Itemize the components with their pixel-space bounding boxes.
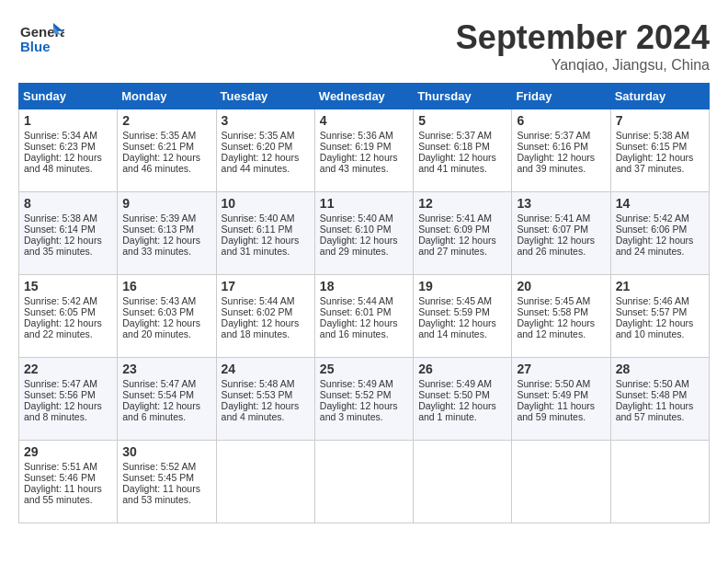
day-info-line: and 39 minutes. [517,163,605,174]
col-sunday: Sunday [19,84,118,109]
day-info-line: Sunset: 5:50 PM [418,389,506,400]
day-cell-21: 21Sunrise: 5:46 AMSunset: 5:57 PMDayligh… [610,275,709,358]
day-info-line: Sunrise: 5:40 AM [320,213,408,224]
day-cell-18: 18Sunrise: 5:44 AMSunset: 6:01 PMDayligh… [314,275,413,358]
day-number: 24 [222,362,310,376]
day-info-line: Daylight: 12 hours [24,235,112,246]
day-number: 20 [517,279,605,293]
day-info-line: and 31 minutes. [222,246,310,257]
calendar-week-4: 22Sunrise: 5:47 AMSunset: 5:56 PMDayligh… [19,358,710,441]
day-cell-30: 30Sunrise: 5:52 AMSunset: 5:45 PMDayligh… [118,441,216,523]
day-info-line: Sunset: 6:18 PM [418,141,506,152]
day-info-line: Sunrise: 5:50 AM [517,378,605,389]
day-info-line: and 3 minutes. [320,411,408,422]
day-info-line: Sunset: 5:49 PM [517,389,605,400]
day-info-line: Daylight: 12 hours [122,152,210,163]
day-cell-4: 4Sunrise: 5:36 AMSunset: 6:19 PMDaylight… [314,109,413,192]
day-info-line: Daylight: 12 hours [418,235,506,246]
day-cell-14: 14Sunrise: 5:42 AMSunset: 6:06 PMDayligh… [610,192,709,275]
day-number: 2 [122,113,210,128]
day-info-line: and 57 minutes. [616,411,704,422]
day-info-line: and 48 minutes. [24,163,112,174]
empty-cell [610,441,709,523]
day-number: 13 [517,196,605,211]
day-number: 3 [222,113,310,128]
day-info-line: Sunset: 6:23 PM [24,141,112,152]
day-info-line: Sunrise: 5:40 AM [222,213,310,224]
day-info-line: and 33 minutes. [122,246,210,257]
day-number: 11 [320,196,408,211]
day-info-line: Sunrise: 5:36 AM [320,130,408,141]
day-info-line: and 8 minutes. [24,411,112,422]
day-info-line: Sunset: 6:14 PM [24,224,112,235]
logo-icon: General Blue [18,18,64,60]
empty-cell [512,441,610,523]
day-info-line: and 6 minutes. [122,411,210,422]
day-info-line: Sunset: 5:52 PM [320,389,408,400]
day-info-line: Daylight: 12 hours [222,152,310,163]
day-cell-22: 22Sunrise: 5:47 AMSunset: 5:56 PMDayligh… [19,358,118,441]
day-cell-10: 10Sunrise: 5:40 AMSunset: 6:11 PMDayligh… [216,192,314,275]
day-info-line: Sunrise: 5:48 AM [222,378,310,389]
day-cell-29: 29Sunrise: 5:51 AMSunset: 5:46 PMDayligh… [19,441,118,523]
day-info-line: Sunset: 5:59 PM [418,306,506,317]
calendar-week-2: 8Sunrise: 5:38 AMSunset: 6:14 PMDaylight… [19,192,710,275]
day-info-line: and 41 minutes. [418,163,506,174]
day-info-line: Daylight: 12 hours [222,400,310,411]
col-tuesday: Tuesday [216,84,314,109]
day-info-line: and 44 minutes. [222,163,310,174]
day-info-line: Sunrise: 5:44 AM [320,295,408,306]
day-info-line: Sunset: 5:56 PM [24,389,112,400]
svg-text:Blue: Blue [20,39,51,54]
day-info-line: Daylight: 12 hours [320,400,408,411]
empty-cell [216,441,314,523]
day-number: 12 [418,196,506,211]
day-info-line: and 46 minutes. [122,163,210,174]
day-info-line: Sunset: 6:20 PM [222,141,310,152]
header-row: Sunday Monday Tuesday Wednesday Thursday… [19,84,710,109]
day-cell-7: 7Sunrise: 5:38 AMSunset: 6:15 PMDaylight… [610,109,709,192]
day-info-line: Sunset: 6:16 PM [517,141,605,152]
day-info-line: Sunset: 5:46 PM [24,472,112,483]
day-cell-25: 25Sunrise: 5:49 AMSunset: 5:52 PMDayligh… [314,358,413,441]
title-block: September 2024 Yanqiao, Jiangsu, China [456,18,710,74]
day-info-line: Sunrise: 5:52 AM [122,461,210,472]
day-info-line: and 27 minutes. [418,246,506,257]
day-number: 8 [24,196,112,211]
day-info-line: Sunset: 6:21 PM [122,141,210,152]
day-info-line: Daylight: 12 hours [517,235,605,246]
day-info-line: and 18 minutes. [222,328,310,339]
day-info-line: Sunrise: 5:50 AM [616,378,704,389]
day-number: 1 [24,113,112,128]
day-number: 28 [616,362,704,376]
day-info-line: Daylight: 12 hours [320,235,408,246]
day-number: 19 [418,279,506,293]
day-info-line: Sunset: 5:57 PM [616,306,704,317]
day-cell-27: 27Sunrise: 5:50 AMSunset: 5:49 PMDayligh… [512,358,610,441]
day-info-line: Sunset: 6:06 PM [616,224,704,235]
day-info-line: and 26 minutes. [517,246,605,257]
day-info-line: Sunrise: 5:49 AM [320,378,408,389]
day-info-line: Sunrise: 5:42 AM [24,295,112,306]
day-cell-23: 23Sunrise: 5:47 AMSunset: 5:54 PMDayligh… [118,358,216,441]
day-info-line: Daylight: 12 hours [24,152,112,163]
day-cell-6: 6Sunrise: 5:37 AMSunset: 6:16 PMDaylight… [512,109,610,192]
day-info-line: Sunrise: 5:49 AM [418,378,506,389]
day-info-line: Sunrise: 5:37 AM [517,130,605,141]
day-cell-17: 17Sunrise: 5:44 AMSunset: 6:02 PMDayligh… [216,275,314,358]
day-info-line: Sunrise: 5:45 AM [517,295,605,306]
day-info-line: and 1 minute. [418,411,506,422]
day-cell-16: 16Sunrise: 5:43 AMSunset: 6:03 PMDayligh… [118,275,216,358]
day-info-line: Daylight: 11 hours [24,483,112,494]
day-info-line: Sunset: 5:53 PM [222,389,310,400]
day-number: 16 [122,279,210,293]
day-info-line: Daylight: 12 hours [122,400,210,411]
day-cell-19: 19Sunrise: 5:45 AMSunset: 5:59 PMDayligh… [414,275,512,358]
day-info-line: and 37 minutes. [616,163,704,174]
day-number: 9 [122,196,210,211]
day-info-line: Sunrise: 5:35 AM [222,130,310,141]
day-number: 26 [418,362,506,376]
day-info-line: and 14 minutes. [418,328,506,339]
day-info-line: Sunrise: 5:42 AM [616,213,704,224]
day-number: 29 [24,444,112,459]
